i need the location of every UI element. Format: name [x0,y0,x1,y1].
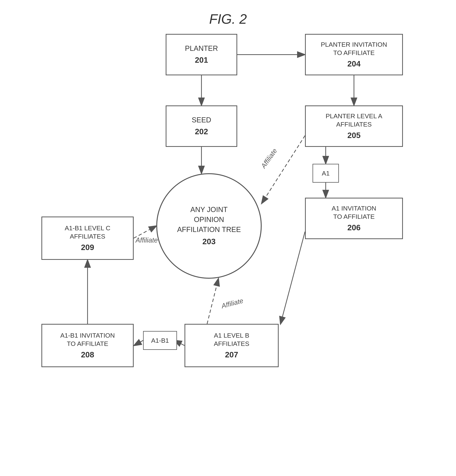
a1b1-invitation-number: 208 [81,350,94,360]
svg-line-13 [207,279,218,324]
diagram: FIG. 2 [0,0,456,476]
a1b1-label: A1-B1 [151,337,169,344]
planter-box: PLANTER 201 [166,34,237,75]
planter-number: 201 [195,55,208,65]
page-title: FIG. 2 [209,11,247,27]
a1b1-invitation-box: A1-B1 INVITATIONTO AFFILIATE 208 [42,324,134,367]
planter-label: PLANTER [185,44,218,53]
planter-level-a-box: PLANTER LEVEL AAFFILIATES 205 [305,105,403,147]
circle-number: 203 [203,236,216,247]
svg-line-8 [280,232,305,324]
a1-box: A1 [312,164,339,183]
planter-level-a-number: 205 [347,130,361,141]
a1b1-level-c-number: 209 [81,242,94,253]
a1b1-box: A1-B1 [143,331,177,350]
svg-line-10 [134,340,143,346]
a1-invitation-box: A1 INVITATIONTO AFFILIATE 206 [305,198,403,239]
planter-invitation-number: 204 [347,59,361,69]
a1-level-b-box: A1 LEVEL BAFFILIATES 207 [185,324,279,367]
a1-label: A1 [322,170,330,177]
a1-invitation-number: 206 [347,222,361,233]
circle-label: ANY JOINTOPINIONAFFILIATION TREE [177,205,241,235]
planter-invitation-box: PLANTER INVITATIONTO AFFILIATE 204 [305,34,403,75]
affiliate-label-3: Affiliate [135,236,158,244]
a1b1-invitation-label: A1-B1 INVITATIONTO AFFILIATE [60,331,115,348]
a1b1-level-c-box: A1-B1 LEVEL CAFFILIATES 209 [42,217,134,260]
svg-line-12 [262,136,305,203]
circle-box: ANY JOINTOPINIONAFFILIATION TREE 203 [156,173,262,279]
seed-box: SEED 202 [166,105,237,147]
affiliate-label-1: Affiliate [259,147,279,170]
seed-label: SEED [192,115,211,125]
a1-level-b-number: 207 [225,350,238,360]
a1b1-level-c-label: A1-B1 LEVEL CAFFILIATES [65,224,110,240]
a1-invitation-label: A1 INVITATIONTO AFFILIATE [332,204,376,221]
a1-level-b-label: A1 LEVEL BAFFILIATES [214,331,249,348]
seed-number: 202 [195,127,208,137]
planter-level-a-label: PLANTER LEVEL AAFFILIATES [326,112,382,128]
affiliate-label-2: Affiliate [221,297,244,310]
planter-invitation-label: PLANTER INVITATIONTO AFFILIATE [321,40,387,57]
